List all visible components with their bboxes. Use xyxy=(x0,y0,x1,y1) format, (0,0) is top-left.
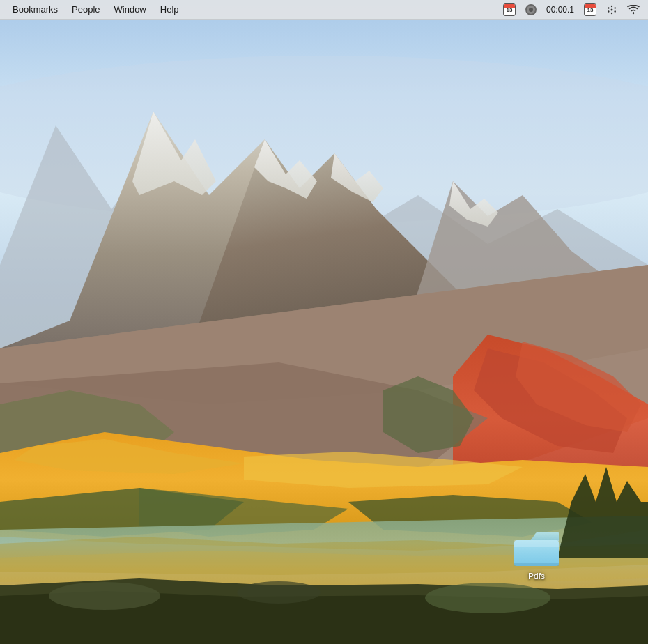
record-indicator xyxy=(525,4,537,15)
svg-point-38 xyxy=(608,10,609,12)
menu-help[interactable]: Help xyxy=(153,3,186,16)
record-button[interactable] xyxy=(523,4,539,15)
calendar-icon-2[interactable]: 13 xyxy=(581,3,599,16)
folder-pdfs[interactable]: Pdfs xyxy=(509,528,564,581)
wifi-icon[interactable] xyxy=(624,5,642,15)
menubar: Bookmarks People Window Help 13 00:00.1 xyxy=(0,0,648,20)
svg-point-36 xyxy=(608,7,609,8)
svg-point-34 xyxy=(611,5,612,6)
svg-point-31 xyxy=(425,583,550,613)
record-inner-dot xyxy=(529,8,533,12)
desktop: Bookmarks People Window Help 13 00:00.1 xyxy=(0,0,648,644)
menubar-left: Bookmarks People Window Help xyxy=(6,3,500,16)
wifi-svg xyxy=(627,5,640,15)
svg-point-37 xyxy=(615,7,616,8)
timer-text: 00:00.1 xyxy=(546,5,574,15)
menu-window[interactable]: Window xyxy=(107,3,153,16)
timer-display: 00:00.1 xyxy=(543,5,577,15)
svg-point-39 xyxy=(615,10,616,12)
svg-rect-43 xyxy=(514,563,559,566)
menubar-right: 13 00:00.1 13 xyxy=(500,3,642,16)
bluetooth-icon[interactable] xyxy=(603,4,620,15)
bluetooth-svg xyxy=(606,4,617,15)
svg-point-35 xyxy=(611,12,612,13)
folder-label: Pdfs xyxy=(509,572,564,581)
menu-bookmarks[interactable]: Bookmarks xyxy=(6,3,65,16)
menu-people[interactable]: People xyxy=(65,3,107,16)
folder-svg xyxy=(513,528,560,567)
svg-point-40 xyxy=(633,12,634,13)
svg-rect-42 xyxy=(514,540,559,547)
svg-point-33 xyxy=(611,8,613,10)
calendar-badge-2: 13 xyxy=(584,3,596,16)
svg-point-30 xyxy=(237,581,321,604)
folder-icon-graphic xyxy=(513,528,560,567)
calendar-badge-1: 13 xyxy=(503,3,516,16)
svg-point-29 xyxy=(49,582,160,610)
calendar-icon-1[interactable]: 13 xyxy=(500,3,518,16)
